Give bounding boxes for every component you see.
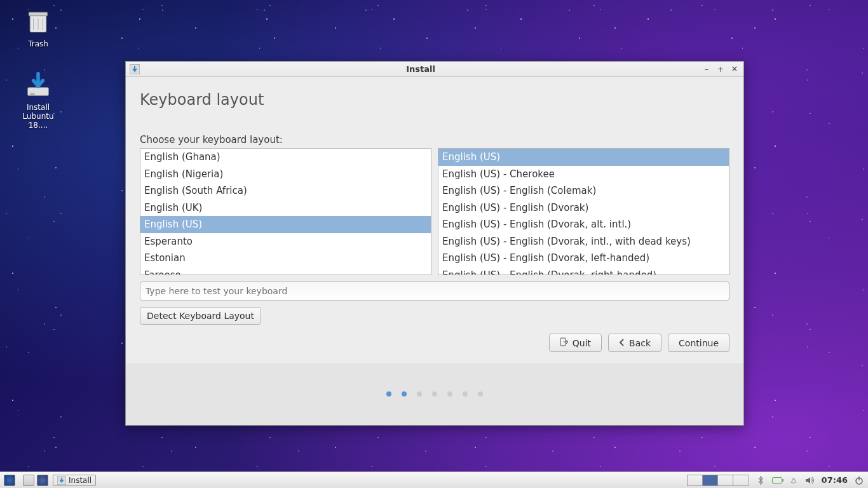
progress-dot: [417, 391, 422, 396]
progress-dots: [126, 363, 743, 425]
layout-item[interactable]: English (Ghana): [140, 149, 431, 166]
window-app-icon: [130, 64, 140, 74]
browser-button[interactable]: [37, 475, 48, 486]
continue-button[interactable]: Continue: [668, 334, 729, 352]
close-button[interactable]: ✕: [729, 64, 740, 74]
install-disk-icon: [23, 70, 53, 100]
back-label: Back: [629, 338, 651, 348]
variant-item[interactable]: English (US) - English (Dvorak, right-ha…: [438, 267, 729, 276]
progress-dot: [447, 391, 452, 396]
choose-layout-label: Choose your keyboard layout:: [140, 134, 729, 146]
window-title: Install: [144, 64, 698, 74]
start-menu-button[interactable]: [4, 475, 15, 486]
window-content: Keyboard layout Choose your keyboard lay…: [126, 77, 743, 325]
battery-icon[interactable]: [772, 475, 782, 485]
quit-label: Quit: [573, 338, 591, 348]
layout-item[interactable]: Esperanto: [140, 233, 431, 250]
variant-item[interactable]: English (US) - English (Dvorak): [438, 200, 729, 217]
nav-buttons: Quit Back Continue: [126, 325, 743, 352]
maximize-button[interactable]: +: [715, 64, 726, 74]
desktop: Trash Install Lubuntu 18.... Install – +…: [0, 0, 868, 488]
quit-icon: [560, 337, 569, 348]
quit-button[interactable]: Quit: [549, 334, 602, 352]
desktop-icon-install[interactable]: Install Lubuntu 18....: [13, 70, 64, 130]
taskbar-task-label: Install: [69, 476, 92, 485]
variants-listbox[interactable]: English (US)English (US) - CherokeeEngli…: [438, 148, 729, 275]
minimize-button[interactable]: –: [702, 64, 712, 74]
layout-item[interactable]: Faroese: [140, 267, 431, 276]
titlebar[interactable]: Install – + ✕: [126, 62, 743, 77]
detect-layout-button[interactable]: Detect Keyboard Layout: [140, 307, 261, 325]
desktop-icon-label: Install Lubuntu 18....: [13, 103, 64, 130]
svg-rect-6: [30, 93, 34, 95]
keyboard-test-input[interactable]: [140, 281, 729, 301]
progress-dot: [463, 391, 468, 396]
variant-item[interactable]: English (US): [438, 149, 729, 166]
layout-item[interactable]: English (Nigeria): [140, 166, 431, 183]
trash-icon: [23, 6, 53, 37]
variant-item[interactable]: English (US) - Cherokee: [438, 166, 729, 183]
page-title: Keyboard layout: [140, 91, 729, 109]
bluetooth-icon[interactable]: [756, 475, 766, 485]
taskbar-task-install[interactable]: Install: [53, 475, 96, 486]
clock[interactable]: 07:46: [822, 475, 848, 485]
variant-item[interactable]: English (US) - English (Dvorak, alt. int…: [438, 216, 729, 233]
desktop-icon-trash[interactable]: Trash: [13, 6, 64, 48]
progress-dot: [386, 391, 391, 396]
progress-dot: [432, 391, 437, 396]
install-window: Install – + ✕ Keyboard layout Choose you…: [125, 61, 744, 426]
variant-item[interactable]: English (US) - English (Colemak): [438, 182, 729, 200]
back-button[interactable]: Back: [608, 334, 661, 352]
file-manager-button[interactable]: [23, 475, 34, 486]
chevron-left-icon: [619, 338, 625, 348]
progress-dot: [478, 391, 483, 396]
layout-item[interactable]: English (UK): [140, 200, 431, 217]
variant-item[interactable]: English (US) - English (Dvorak, left-han…: [438, 250, 729, 267]
layout-item[interactable]: English (US): [140, 216, 431, 233]
desktop-icon-label: Trash: [13, 39, 64, 48]
layout-item[interactable]: English (South Africa): [140, 182, 431, 200]
svg-rect-1: [29, 12, 47, 15]
network-icon[interactable]: [789, 475, 799, 485]
variant-item[interactable]: English (US) - English (Dvorak, intl., w…: [438, 233, 729, 250]
volume-icon[interactable]: [805, 475, 815, 485]
layouts-listbox[interactable]: English (Ghana)English (Nigeria)English …: [140, 148, 431, 275]
power-icon[interactable]: [854, 475, 864, 485]
workspace-pager[interactable]: [687, 475, 749, 486]
taskbar: Install 07:46: [0, 471, 868, 488]
layout-item[interactable]: Estonian: [140, 250, 431, 267]
progress-dot: [402, 391, 407, 396]
